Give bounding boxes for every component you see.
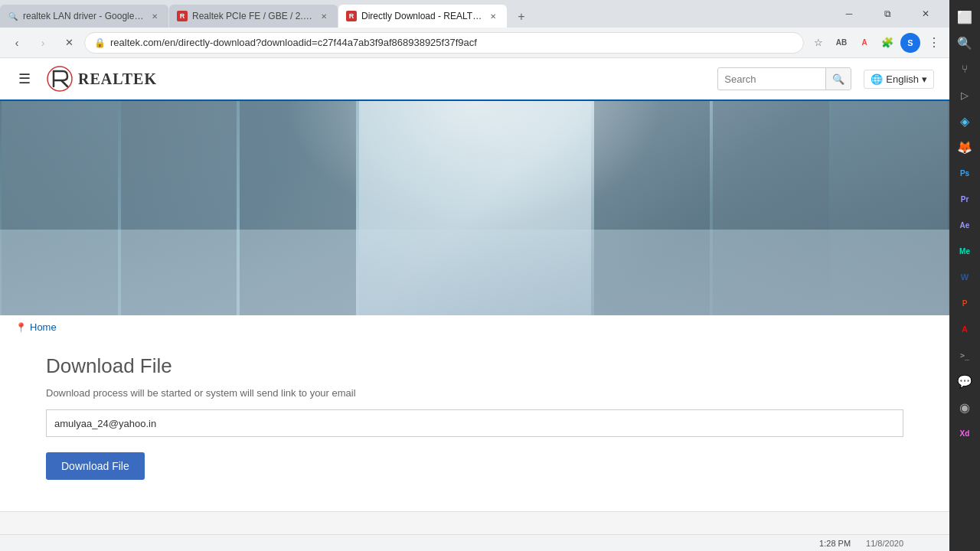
right-sidebar: ⬜ 🔍 ⑂ ▷ ◈ 🦊 Ps Pr Ae Me W P A >_ 💬 ◉ Xd [949,0,980,551]
titlebar: 🔍 realtek LAN driver - Google Search ✕ R… [0,0,949,28]
hamburger-menu-icon[interactable]: ☰ [15,67,34,90]
new-tab-button[interactable]: + [511,6,532,28]
bookmark-icon[interactable]: ☆ [808,33,828,53]
firefox-sidebar-icon[interactable]: 🦊 [954,136,975,158]
site-header: ☰ REALTEK 🔍 🌐 English ▾ [0,58,949,101]
photoshop-sidebar-icon[interactable]: Ps [954,162,975,184]
url-text: realtek.com/en/directly-download?downloa… [110,37,794,48]
powerpoint-sidebar-icon[interactable]: P [954,292,975,314]
page-content: ☰ REALTEK 🔍 🌐 English ▾ [0,58,949,534]
site-footer [0,511,949,534]
git-sidebar-icon[interactable]: ⑂ [954,58,975,80]
chat-sidebar-icon[interactable]: 💬 [954,370,975,392]
window-controls: ─ ⧉ ✕ [825,0,949,28]
page-title: Download File [46,354,903,378]
tab-2-label: Realtek PCIe FE / GBE / 2.5G / Gami... [192,11,313,21]
hero-banner [0,101,949,315]
tab-3-favicon: R [346,11,357,21]
files-icon[interactable]: ⬜ [954,6,975,28]
aftereffects-sidebar-icon[interactable]: Ae [954,214,975,236]
logo[interactable]: REALTEK [46,65,157,93]
download-file-button[interactable]: Download File [46,452,145,480]
chrome-sidebar-icon[interactable]: ◉ [954,396,975,418]
tab-2[interactable]: R Realtek PCIe FE / GBE / 2.5G / Gami...… [169,5,338,28]
tab-bar: 🔍 realtek LAN driver - Google Search ✕ R… [0,0,825,28]
tab-1-label: realtek LAN driver - Google Search [23,11,144,21]
tab-1-favicon: 🔍 [8,11,18,21]
tab-2-close[interactable]: ✕ [318,10,330,22]
lock-icon: 🔒 [94,37,106,48]
debug-sidebar-icon[interactable]: ▷ [954,84,975,106]
maximize-button[interactable]: ⧉ [870,2,905,25]
xd-sidebar-icon[interactable]: Xd [954,422,975,444]
hero-light [285,101,665,230]
search-box: 🔍 [717,67,851,90]
vscode-icon[interactable]: ◈ [954,110,975,132]
realtek-logo-icon [46,65,74,93]
search-input[interactable] [718,73,825,85]
svg-rect-0 [46,65,74,93]
reload-button[interactable]: ✕ [58,32,80,54]
main-content: Download File Download process will be s… [0,339,949,511]
address-bar: ‹ › ✕ 🔒 realtek.com/en/directly-download… [0,28,949,58]
profile-icon[interactable]: S [900,33,920,53]
chrome-menu-icon[interactable]: ⋮ [923,33,943,53]
url-bar[interactable]: 🔒 realtek.com/en/directly-download?downl… [84,32,804,54]
premiere-sidebar-icon[interactable]: Pr [954,188,975,210]
tab-2-favicon: R [177,11,188,21]
page-description: Download process will be started or syst… [46,387,903,399]
tab-1[interactable]: 🔍 realtek LAN driver - Google Search ✕ [0,5,168,28]
tab-3[interactable]: R Directly Download - REALTEK ✕ [338,5,507,28]
search-sidebar-icon[interactable]: 🔍 [954,32,975,54]
search-button[interactable]: 🔍 [825,68,851,90]
adblock-icon[interactable]: AB [831,33,851,53]
globe-icon: 🌐 [871,73,883,85]
language-selector[interactable]: 🌐 English ▾ [864,70,934,89]
tab-3-close[interactable]: ✕ [487,10,499,22]
logo-text: REALTEK [78,70,157,88]
word-sidebar-icon[interactable]: W [954,266,975,288]
breadcrumb-home[interactable]: Home [30,321,57,333]
email-input[interactable] [46,409,903,437]
breadcrumb: 📍 Home [0,315,949,339]
close-button[interactable]: ✕ [908,2,943,25]
breadcrumb-icon: 📍 [15,322,27,333]
acrobat-sidebar-icon[interactable]: A [954,318,975,340]
hero-floor [0,230,949,315]
tab-3-label: Directly Download - REALTEK [361,11,482,21]
minimize-button[interactable]: ─ [831,2,867,25]
adblock2-icon[interactable]: A [854,33,874,53]
language-label: English [886,73,919,85]
chevron-down-icon: ▾ [922,73,927,85]
terminal-sidebar-icon[interactable]: >_ [954,344,975,366]
medencoder-sidebar-icon[interactable]: Me [954,240,975,262]
extensions-icon[interactable]: 🧩 [877,33,897,53]
browser-window: 🔍 realtek LAN driver - Google Search ✕ R… [0,0,949,551]
forward-button[interactable]: › [32,32,54,54]
status-bar: 1:28 PM 11/8/2020 [0,534,949,551]
tab-1-close[interactable]: ✕ [149,10,161,22]
address-bar-actions: ☆ AB A 🧩 S ⋮ [808,33,943,53]
status-time: 1:28 PM [819,539,851,548]
back-button[interactable]: ‹ [6,32,28,54]
status-date: 11/8/2020 [866,539,903,548]
